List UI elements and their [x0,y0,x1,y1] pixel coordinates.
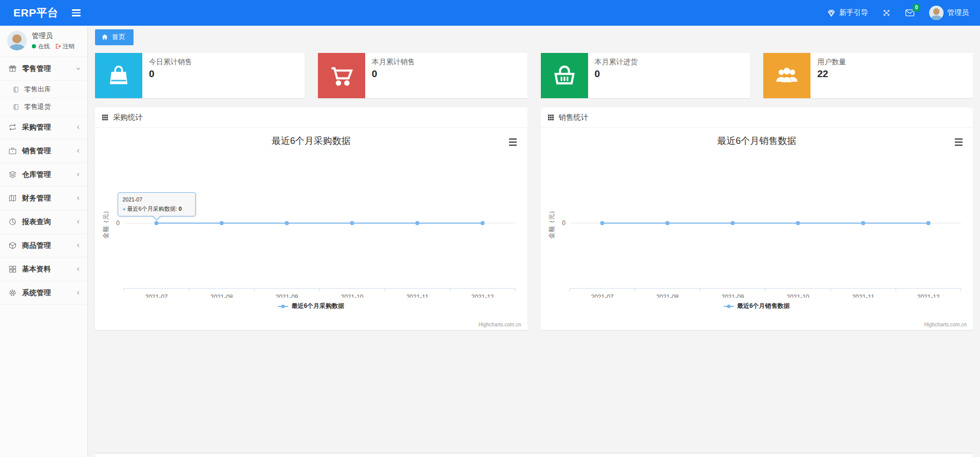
sidebar: 管理员 在线 注销 零售管理 [0,26,88,457]
pie-chart-icon [8,217,17,226]
svg-text:2021-11: 2021-11 [406,294,428,298]
stat-value: 0 [372,68,415,80]
sidebar-item-retail-return[interactable]: 零售退货 [0,98,87,116]
sidebar-item-reports[interactable]: 报表查询 [0,210,87,234]
notebook-icon [12,86,20,93]
purchase-stats-panel: 采购统计 最近6个月采购数据 2021-072021-082021-092021… [95,107,527,330]
ledger-icon [8,194,17,203]
stat-card-month-purchase: 本月累计进货 0 [541,53,750,98]
tooltip-series-label: 最近6个月采购数据: [127,206,179,212]
notebook-icon [12,103,20,111]
stat-value: 22 [817,68,846,80]
svg-text:0: 0 [116,220,120,227]
sidebar-item-system[interactable]: 系统管理 [0,281,87,305]
svg-text:2021-12: 2021-12 [917,294,939,298]
layers-icon [8,170,17,179]
sign-out-icon [55,43,61,49]
chart-title: 最近6个月采购数据 [100,128,522,147]
sidebar-user-panel: 管理员 在线 注销 [0,26,87,57]
expand-arrows-icon [882,9,891,17]
chevron-left-icon [76,219,81,225]
chevron-left-icon [76,243,81,248]
svg-text:0: 0 [562,220,566,227]
online-status-dot [32,44,36,48]
chevron-left-icon [76,266,81,272]
legend-item[interactable]: 最近6个月销售数据 [541,302,973,310]
chart-context-menu-button[interactable] [507,136,519,148]
panel-title: 采购统计 [113,113,143,122]
sidebar-menu: 零售管理 零售出库 零售退货 [0,57,87,305]
tab-home[interactable]: 首页 [95,29,134,45]
chevron-left-icon [76,290,81,296]
gem-icon [827,9,836,17]
legend-item[interactable]: 最近6个月采购数据 [95,302,527,310]
chart-tooltip: 2021-07 ● 最近6个月采购数据: 0 [118,192,196,216]
svg-text:2021-09: 2021-09 [275,294,298,298]
svg-text:2021-07: 2021-07 [591,294,613,298]
sales-stats-panel: 销售统计 最近6个月销售数据 2021-072021-082021-092021… [541,107,973,330]
guide-button[interactable]: 新手引导 [820,0,875,26]
user-name: 管理员 [947,8,969,17]
purchase-chart: 最近6个月采购数据 2021-072021-082021-092021-1020… [95,128,527,330]
sidebar-item-sales[interactable]: 销售管理 [0,139,87,163]
series-marker-dot: ● [123,206,126,212]
shopping-basket-icon [551,62,578,89]
top-navbar: ERP平台 新手引导 0 [0,0,980,26]
online-status-label: 在线 [38,43,50,50]
sidebar-item-finance[interactable]: 财务管理 [0,187,87,210]
highcharts-credits[interactable]: Highcharts.com.cn [479,322,521,327]
briefcase-icon [8,147,17,155]
chevron-left-icon [76,195,81,201]
stat-label: 用户数量 [817,58,846,67]
stat-card-month-sales: 本月累计销售 0 [318,53,527,98]
sidebar-user-name: 管理员 [32,31,74,41]
sidebar-item-purchase[interactable]: 采购管理 [0,116,87,139]
sales-chart: 最近6个月销售数据 2021-072021-082021-092021-1020… [541,128,973,330]
svg-text:2021-08: 2021-08 [210,294,233,298]
stat-card-today-sales: 今日累计销售 0 [95,53,305,98]
stat-cards-row: 今日累计销售 0 本月累计销售 0 [95,53,973,98]
sidebar-item-warehouse[interactable]: 仓库管理 [0,163,87,187]
sidebar-item-retail-outbound[interactable]: 零售出库 [0,81,87,98]
envelope-icon: 0 [905,9,915,17]
chevron-left-icon [76,172,81,177]
stat-label: 本月累计销售 [372,58,415,67]
sidebar-item-basic-data[interactable]: 基本资料 [0,258,87,281]
stat-value: 0 [149,68,192,80]
footer-strip [95,453,973,457]
sales-chart-plot[interactable]: 2021-072021-082021-092021-102021-112021-… [546,149,968,298]
messages-button[interactable]: 0 [898,0,922,26]
chevron-left-icon [76,148,81,154]
gear-icon [8,288,17,297]
th-grid-icon [101,114,109,121]
charts-row: 采购统计 最近6个月采购数据 2021-072021-082021-092021… [95,107,973,330]
svg-text:2021-11: 2021-11 [852,294,874,298]
stat-value: 0 [595,68,638,80]
tooltip-value: 0 [179,206,182,212]
retail-submenu: 零售出库 零售退货 [0,81,87,116]
stat-label: 今日累计销售 [149,58,192,67]
sidebar-item-retail[interactable]: 零售管理 [0,57,87,81]
legend-line-marker-icon [278,304,288,309]
fullscreen-button[interactable] [875,0,898,26]
svg-text:金额（元）: 金额（元） [548,208,555,239]
grid-icon [8,265,17,273]
gift-icon [8,64,17,73]
sidebar-user-avatar [7,31,27,50]
sidebar-toggle-button[interactable] [72,9,81,16]
messages-count-badge: 0 [913,4,920,11]
purchase-chart-plot[interactable]: 2021-072021-082021-092021-102021-112021-… [100,149,522,298]
logout-button[interactable]: 注销 [55,43,74,50]
legend-line-marker-icon [724,304,734,309]
sidebar-item-products[interactable]: 商品管理 [0,234,87,258]
main-content: 首页 今日累计销售 0 [88,0,980,457]
app-logo: ERP平台 [0,6,59,20]
home-icon [101,33,108,41]
svg-text:2021-08: 2021-08 [656,294,679,298]
tooltip-date: 2021-07 [123,196,191,203]
shopping-cart-icon [328,62,355,89]
chart-context-menu-button[interactable] [952,136,965,148]
user-menu[interactable]: 管理员 [922,0,980,26]
svg-text:金额（元）: 金额（元） [102,208,109,239]
highcharts-credits[interactable]: Highcharts.com.cn [924,322,967,327]
